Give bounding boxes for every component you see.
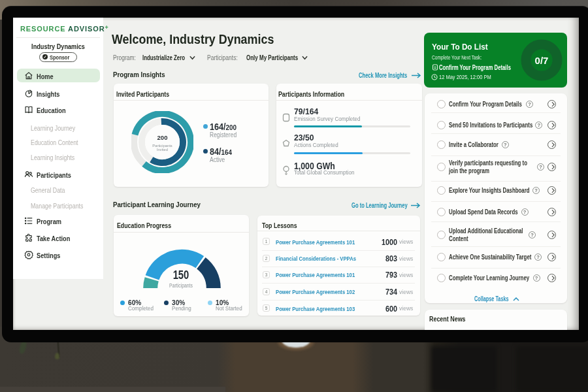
svg-text:0/7: 0/7 xyxy=(535,54,549,65)
svg-text:200: 200 xyxy=(157,134,168,141)
svg-text:Invited: Invited xyxy=(157,148,168,152)
